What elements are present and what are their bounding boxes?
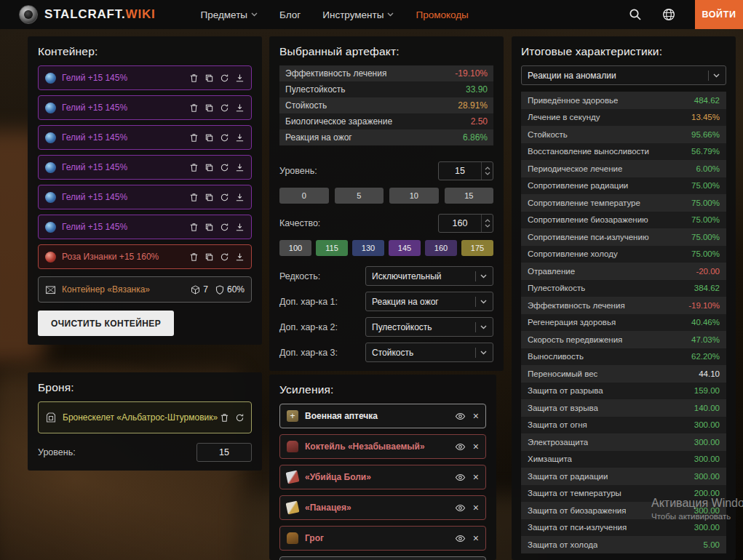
trash-icon[interactable] xyxy=(189,163,199,172)
download-icon[interactable] xyxy=(235,73,245,83)
container-item-row[interactable]: Гелий +15 145% xyxy=(38,155,252,180)
copy-icon[interactable] xyxy=(204,252,214,262)
armor-level-input[interactable]: 15 xyxy=(196,443,252,462)
nav-item[interactable]: Блог xyxy=(279,9,301,20)
eye-icon[interactable] xyxy=(455,411,466,422)
copy-icon[interactable] xyxy=(204,223,214,232)
chevron-down-icon xyxy=(480,351,487,355)
level-option-button[interactable]: 10 xyxy=(389,188,439,204)
eye-icon[interactable] xyxy=(455,441,466,452)
refresh-icon[interactable] xyxy=(220,252,229,262)
refresh-icon[interactable] xyxy=(220,73,229,83)
container-item-row[interactable]: Гелий +15 145% xyxy=(38,185,252,209)
close-icon[interactable]: × xyxy=(473,441,479,452)
container-item-row[interactable]: Гелий +15 145% xyxy=(38,65,252,90)
boost-row[interactable]: Коктейль «Незабываемый» × xyxy=(279,434,486,459)
trash-icon[interactable] xyxy=(189,73,199,83)
level-option-button[interactable]: 0 xyxy=(279,188,329,204)
quality-option-button[interactable]: 100 xyxy=(279,240,311,256)
copy-icon[interactable] xyxy=(204,73,214,83)
copy-icon[interactable] xyxy=(204,163,214,172)
armor-row[interactable]: Бронескелет «Альбатрос-Штурмовик» xyxy=(38,401,252,433)
quality-option-button[interactable]: 145 xyxy=(389,240,421,256)
container-item-row[interactable]: Гелий +15 145% xyxy=(38,125,252,150)
quality-input[interactable]: 160 xyxy=(438,214,493,233)
refresh-icon[interactable] xyxy=(220,193,229,202)
download-icon[interactable] xyxy=(235,193,245,202)
download-icon[interactable] xyxy=(235,103,245,113)
trash-icon[interactable] xyxy=(189,193,199,202)
divider xyxy=(475,348,476,358)
clear-container-button[interactable]: ОЧИСТИТЬ КОНТЕЙНЕР xyxy=(38,311,174,336)
boost-actions: × xyxy=(455,472,479,483)
download-icon[interactable] xyxy=(235,223,245,232)
quality-option-button[interactable]: 175 xyxy=(461,240,493,256)
level-control-line: Уровень: 15 xyxy=(279,161,493,180)
extra-stat-select[interactable]: Стойкость xyxy=(365,343,493,362)
container-item-row[interactable]: Роза Изнанки +15 160% xyxy=(38,244,252,269)
refresh-icon[interactable] xyxy=(235,413,245,423)
download-icon[interactable] xyxy=(235,133,245,143)
refresh-icon[interactable] xyxy=(220,103,229,113)
level-option-button[interactable]: 15 xyxy=(445,188,494,204)
nav-item[interactable]: Предметы xyxy=(201,9,258,20)
artifact-name: Гелий +15 145% xyxy=(62,162,189,172)
login-button[interactable]: ВОЙТИ xyxy=(695,0,743,29)
container-item-row[interactable]: Гелий +15 145% xyxy=(38,215,252,239)
eye-icon[interactable] xyxy=(455,503,466,513)
container-summary-row[interactable]: Контейнер «Вязанка» 7 60% xyxy=(38,276,252,303)
artifact-icon xyxy=(45,132,56,143)
trash-icon[interactable] xyxy=(189,252,199,262)
refresh-icon[interactable] xyxy=(220,163,229,172)
cube-icon xyxy=(191,285,200,295)
totals-row-value: 300.00 xyxy=(694,420,720,429)
chevron-up-icon xyxy=(485,219,490,223)
boost-name: Грог xyxy=(305,533,455,543)
quality-option-button[interactable]: 115 xyxy=(316,240,348,256)
globe-icon[interactable] xyxy=(661,7,676,22)
boosts-panel-title: Усиления: xyxy=(279,383,486,396)
download-icon[interactable] xyxy=(235,163,245,172)
trash-icon[interactable] xyxy=(220,413,229,423)
extra-stat-select[interactable]: Пулестойкость xyxy=(365,317,493,337)
boost-row[interactable]: «Панацея» × xyxy=(279,495,486,520)
level-stepper[interactable] xyxy=(481,162,493,180)
anomaly-reaction-select[interactable]: Реакции на аномалии xyxy=(521,65,726,85)
refresh-icon[interactable] xyxy=(220,133,229,143)
quality-option-button[interactable]: 130 xyxy=(352,240,384,256)
close-icon[interactable]: × xyxy=(473,503,479,513)
copy-icon[interactable] xyxy=(204,103,214,113)
trash-icon[interactable] xyxy=(189,223,199,232)
boost-row[interactable]: «Убийца Боли» × xyxy=(279,465,486,489)
site-title: STALCRAFT.WIKI xyxy=(44,7,156,22)
extra-stat-select[interactable]: Реакция на ожог xyxy=(365,292,493,311)
container-item-row[interactable]: Гелий +15 145% xyxy=(38,95,252,120)
refresh-icon[interactable] xyxy=(220,223,229,232)
level-option-button[interactable]: 5 xyxy=(335,188,384,204)
boost-row[interactable]: Грог × xyxy=(279,526,486,551)
boost-row-clipped[interactable] xyxy=(279,556,486,560)
nav-item[interactable]: Инструменты xyxy=(322,9,394,20)
artifact-name: Гелий +15 145% xyxy=(62,73,189,83)
site-logo[interactable]: STALCRAFT.WIKI xyxy=(19,5,156,24)
search-icon[interactable] xyxy=(628,7,643,22)
close-icon[interactable]: × xyxy=(473,533,479,543)
close-icon[interactable]: × xyxy=(473,411,479,421)
copy-icon[interactable] xyxy=(204,193,214,202)
copy-icon[interactable] xyxy=(204,133,214,143)
nav-item[interactable]: Промокоды xyxy=(416,9,468,20)
totals-row-value: 384.62 xyxy=(694,284,720,292)
quality-stepper[interactable] xyxy=(481,215,493,232)
eye-icon[interactable] xyxy=(455,472,466,483)
download-icon[interactable] xyxy=(235,252,245,262)
quality-option-button[interactable]: 160 xyxy=(425,240,457,256)
close-icon[interactable]: × xyxy=(473,472,479,482)
eye-icon[interactable] xyxy=(455,533,466,544)
rarity-select[interactable]: Исключительный xyxy=(365,266,493,286)
boost-row[interactable]: Военная аптечка × xyxy=(279,404,486,428)
trash-icon[interactable] xyxy=(189,103,199,113)
totals-row: Защита от биозаражения 300.00 xyxy=(521,502,726,519)
trash-icon[interactable] xyxy=(189,133,199,143)
level-input[interactable]: 15 xyxy=(438,161,493,180)
totals-row-value: 56.79% xyxy=(691,147,720,156)
